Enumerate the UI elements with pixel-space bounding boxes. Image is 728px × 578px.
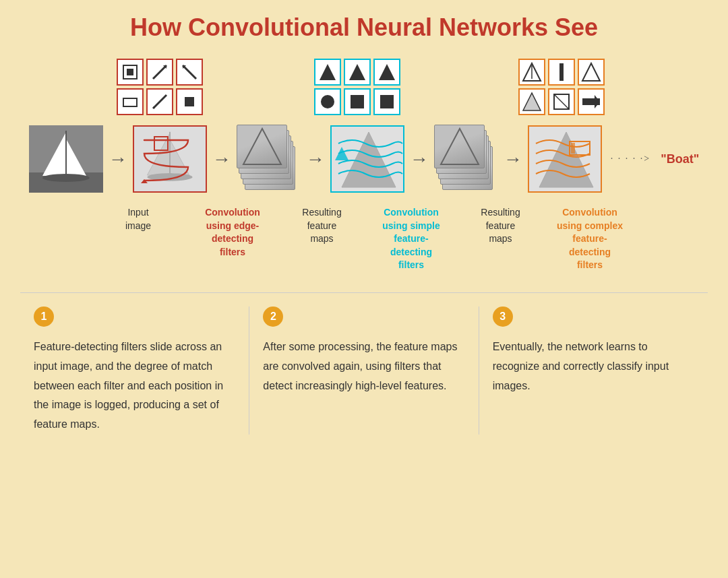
conv2-item <box>330 125 404 193</box>
red-filter-grid <box>117 59 203 115</box>
label-conv3: Convolutionusing complexfeature-detectin… <box>553 206 627 272</box>
svg-rect-14 <box>351 95 364 108</box>
svg-line-2 <box>153 65 166 79</box>
output-section: · · · · ·> "Boat" <box>607 152 699 166</box>
svg-rect-9 <box>185 97 194 106</box>
arrow-3: → <box>306 148 325 170</box>
svg-point-31 <box>42 174 90 182</box>
info-text-2: After some processing, the feature maps … <box>263 341 457 391</box>
svg-marker-25 <box>595 95 600 108</box>
svg-line-4 <box>183 65 196 79</box>
svg-rect-6 <box>123 98 137 106</box>
divider <box>20 292 708 293</box>
svg-line-7 <box>153 95 166 108</box>
orange-filter-grid <box>518 59 605 115</box>
svg-marker-19 <box>582 63 600 81</box>
label-feature-maps-2: Resultingfeaturemaps <box>468 206 533 246</box>
svg-marker-11 <box>349 64 365 80</box>
svg-point-13 <box>321 95 334 108</box>
svg-marker-43 <box>441 129 479 164</box>
info-num-3: 3 <box>493 307 513 327</box>
feature-maps-1 <box>237 122 301 196</box>
diagram-area: → <box>20 59 708 435</box>
arrow-5: → <box>504 148 522 170</box>
output-label: "Boat" <box>661 152 699 166</box>
svg-marker-21 <box>523 93 541 110</box>
svg-marker-39 <box>243 129 281 164</box>
svg-rect-38 <box>154 137 168 150</box>
conv1-item <box>133 125 207 193</box>
info-section: 1 Feature-detecting filters slide across… <box>20 307 708 435</box>
label-conv1: Convolutionusing edge-detectingfilters <box>195 206 270 259</box>
label-input-image: Inputimage <box>101 206 175 232</box>
feature-maps-2 <box>434 122 498 196</box>
info-col-3: 3 Eventually, the network learns to reco… <box>479 307 708 435</box>
page-title: How Convolutional Neural Networks See <box>130 13 598 42</box>
info-num-2: 2 <box>263 307 283 327</box>
svg-rect-15 <box>380 95 394 108</box>
input-image-item <box>29 125 103 193</box>
top-icons-row <box>20 59 708 115</box>
dotted-arrow: · · · · ·> <box>611 154 650 164</box>
svg-marker-42 <box>335 147 348 160</box>
boat-image <box>29 125 103 193</box>
svg-rect-1 <box>127 69 133 75</box>
label-feature-maps-1: Resultingfeaturemaps <box>290 206 354 246</box>
svg-marker-10 <box>320 64 336 80</box>
info-col-1: 1 Feature-detecting filters slide across… <box>20 307 249 435</box>
arrow-2: → <box>212 148 231 170</box>
svg-rect-47 <box>571 143 575 154</box>
svg-marker-12 <box>379 64 395 80</box>
flow-row: → <box>20 122 708 196</box>
svg-rect-18 <box>559 63 564 81</box>
arrow-4: → <box>410 148 429 170</box>
labels-row: Inputimage Convolutionusing edge-detecti… <box>20 206 708 272</box>
info-num-1: 1 <box>34 307 54 327</box>
info-col-2: 2 After some processing, the feature map… <box>249 307 479 435</box>
label-conv2: Convolutionusing simplefeature-detecting… <box>374 206 448 272</box>
arrow-1: → <box>109 148 127 170</box>
info-text-3: Eventually, the network learns to recogn… <box>493 341 669 391</box>
svg-line-23 <box>554 94 569 109</box>
cyan-filter-grid <box>314 59 400 115</box>
conv3-item <box>528 125 602 193</box>
info-text-1: Feature-detecting filters slide across a… <box>34 341 223 430</box>
